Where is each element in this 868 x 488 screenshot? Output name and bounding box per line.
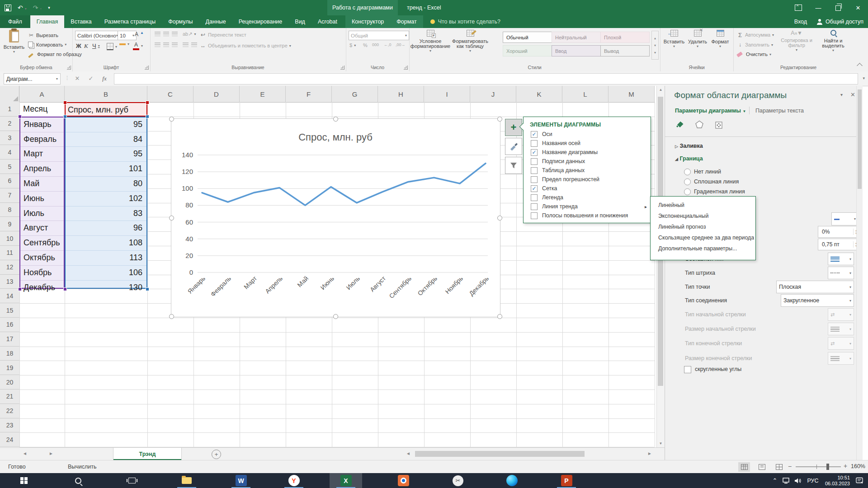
italic-button[interactable]: К (84, 42, 88, 50)
hscroll-left-arrow[interactable]: ◄ (406, 451, 410, 456)
checkbox-Название диаграммы[interactable]: ✓ (531, 149, 538, 156)
tell-me-box[interactable]: Что вы хотите сделать? (430, 15, 500, 28)
range-months[interactable]: ЯнварьФевральМартАпрельМайИюньИюльАвгуст… (19, 117, 65, 289)
chart-element-Линия тренда[interactable]: Линия тренда▸ (524, 202, 651, 211)
range-values[interactable]: 958495101801028396108113106130 (65, 117, 147, 289)
radio-no-line[interactable] (684, 169, 691, 175)
range-handle[interactable] (18, 115, 22, 118)
width-spinner[interactable]: 0,75 пт▲▼ (818, 239, 859, 250)
row-header-8[interactable]: 8 (0, 203, 20, 217)
radio-label-solid-line[interactable]: Сплошная линия (694, 178, 739, 185)
row-header-6[interactable]: 6 (0, 174, 20, 188)
zoom-slider-thumb[interactable] (826, 464, 829, 470)
cut-button[interactable]: ✂Вырезать (28, 32, 58, 38)
style-chip-Нейтральный[interactable]: Нейтральный (552, 32, 601, 43)
restore-button[interactable] (828, 0, 848, 15)
zoom-out-button[interactable]: − (788, 463, 792, 470)
indent-buttons[interactable] (183, 42, 197, 47)
col-header-H[interactable]: H (378, 86, 424, 103)
status-calculate[interactable]: Вычислить (68, 464, 97, 470)
chart-handle[interactable] (169, 314, 174, 319)
row-header-21[interactable]: 21 (0, 389, 20, 404)
cell-a1[interactable]: Месяц (20, 102, 65, 117)
row-header-24[interactable]: 24 (0, 432, 20, 447)
col-header-L[interactable]: L (562, 86, 609, 103)
style-chip-Ввод[interactable]: Ввод (552, 45, 601, 56)
pane-tab-text-options[interactable]: Параметры текста (755, 108, 804, 114)
trend-option-Линейный прогноз[interactable]: Линейный прогноз (651, 221, 755, 232)
pane-menu-caret[interactable]: ▾ (840, 92, 843, 97)
cell-month-Март[interactable]: Март (20, 147, 64, 162)
format-cells-button[interactable]: Формат▾ (709, 30, 731, 48)
select-all-corner[interactable] (0, 86, 19, 103)
sort-filter-button[interactable]: АЯ▼ Сортировка и фильтр▾ (780, 30, 813, 52)
ribbon-tab-Данные[interactable]: Данные (199, 15, 232, 28)
scroll-down-arrow[interactable]: ▼ (657, 440, 665, 447)
pane-tab-chart-options[interactable]: Параметры диаграммы ▼ (675, 108, 746, 114)
start-button[interactable] (14, 473, 34, 488)
row-header-20[interactable]: 20 (0, 375, 20, 389)
add-sheet-button[interactable]: + (212, 450, 221, 459)
pane-dropdown-Составной тип[interactable]: ▾ (828, 253, 854, 265)
chart-element-Легенда[interactable]: Легенда (524, 193, 651, 202)
chart-handle[interactable] (169, 216, 174, 221)
col-header-A[interactable]: A (19, 86, 65, 103)
col-header-K[interactable]: K (516, 86, 562, 103)
hscroll-right-arrow[interactable]: ► (647, 451, 652, 456)
sheet-nav-right-icon[interactable]: ► (49, 451, 53, 456)
col-header-C[interactable]: C (147, 86, 193, 103)
fill-button[interactable]: ↓Заполнить ▾ (737, 42, 773, 48)
row-header-10[interactable]: 10 (0, 231, 20, 246)
row-header-17[interactable]: 17 (0, 332, 20, 347)
pane-dropdown-Тип штриха[interactable]: ▾ (828, 267, 854, 279)
tray-expand-icon[interactable]: ⌃ (769, 473, 781, 488)
cell-month-Декабрь[interactable]: Декабрь (20, 281, 64, 295)
border-color-button[interactable]: ▾ (831, 212, 859, 225)
chart-element-Сетка[interactable]: ✓Сетка (524, 184, 651, 193)
cell-value-Октябрь[interactable]: 113 (66, 251, 146, 266)
style-chip-Обычный[interactable]: Обычный (503, 32, 552, 43)
taskbar-search-button[interactable] (68, 473, 89, 488)
borders-button[interactable]: ▾ (107, 43, 117, 50)
cell-b1[interactable]: Спрос, млн. руб (65, 102, 147, 117)
chart-element-Название диаграммы[interactable]: ✓Название диаграммы (524, 148, 651, 157)
row-header-7[interactable]: 7 (0, 188, 20, 203)
effects-pentagon-icon[interactable] (694, 119, 705, 130)
edge-button[interactable] (501, 473, 522, 488)
fill-bucket-icon[interactable] (675, 119, 686, 130)
orientation-button[interactable]: ab↗ ▾ (183, 31, 196, 37)
checkbox-Названия осей[interactable] (531, 140, 538, 147)
row-header-15[interactable]: 15 (0, 303, 20, 318)
pane-scroll-thumb[interactable] (858, 89, 862, 189)
trend-option-Линейный[interactable]: Линейный (651, 200, 755, 211)
col-header-J[interactable]: J (470, 86, 516, 103)
view-normal-button[interactable] (738, 462, 750, 472)
format-as-table-button[interactable]: Форматировать как таблицу ▾ (451, 30, 490, 53)
ribbon-tab-Файл[interactable]: Файл (0, 15, 30, 28)
formula-bar-expand[interactable]: ▾ (863, 76, 865, 80)
ribbon-tab-Acrobat[interactable]: Acrobat (311, 15, 344, 28)
col-header-F[interactable]: F (286, 86, 332, 103)
pane-dropdown-Тип конечной стрелки[interactable]: ⇄▾ (828, 337, 854, 350)
chart-styles-button[interactable] (505, 138, 522, 155)
col-header-M[interactable]: M (609, 86, 655, 103)
row-header-2[interactable]: 2 (0, 117, 20, 131)
row-header-4[interactable]: 4 (0, 145, 20, 160)
ribbon-display-options-button[interactable] (788, 0, 808, 15)
cell-value-Декабрь[interactable]: 130 (66, 281, 146, 295)
pane-dropdown-Размер начальной стрелки[interactable]: ▾ (828, 323, 854, 335)
font-dialog-launcher[interactable] (145, 66, 149, 70)
chart-element-Подписи данных[interactable]: Подписи данных (524, 157, 651, 166)
grow-font-button[interactable]: А▲ (135, 31, 144, 38)
row-header-3[interactable]: 3 (0, 131, 20, 145)
range-handle[interactable] (63, 287, 67, 291)
ribbon-tab-Формат[interactable]: Формат (390, 15, 423, 28)
row-header-1[interactable]: 1 (0, 102, 20, 117)
row-header-18[interactable]: 18 (0, 347, 20, 361)
scroll-up-arrow[interactable]: ▲ (657, 86, 665, 94)
comma-style-button[interactable]: 000 (372, 42, 379, 47)
checkbox-Линия тренда[interactable] (531, 203, 538, 210)
clipboard-dialog-launcher[interactable] (67, 66, 71, 70)
chart-filters-button[interactable] (505, 157, 522, 174)
checkbox-Полосы повышения и понижения[interactable] (531, 212, 538, 219)
